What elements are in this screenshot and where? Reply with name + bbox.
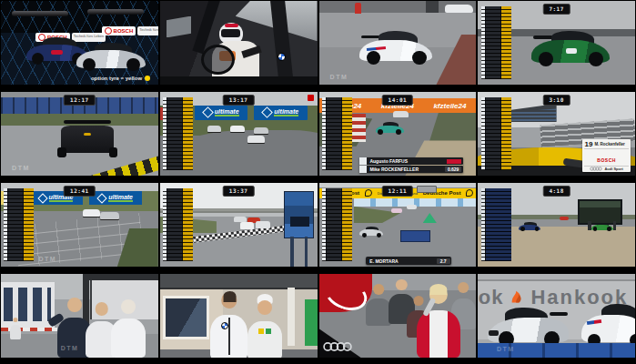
track-scene: kfzteile24 kfzteile24 kfzteile24 14:01: [319, 92, 477, 176]
white-bmw-car: [581, 304, 635, 344]
track-scene: 4:18: [478, 183, 635, 267]
wheel: [607, 227, 611, 231]
driver-name: M. Rockenfeller: [594, 142, 624, 147]
position-box: [359, 166, 367, 173]
thumb-green-audi[interactable]: 7:17: [477, 0, 636, 91]
steering-wheel: [201, 45, 235, 76]
aral-diamond-icon: [37, 193, 47, 203]
chase-gap-value: 2.7: [437, 258, 450, 264]
thumb-deutsche-post[interactable]: Deutsche Post Die Post für Deutschland D…: [318, 182, 478, 273]
thumb-onboard-driver[interactable]: [159, 0, 318, 91]
thumb-audi-celebration[interactable]: [318, 273, 478, 364]
pit-gantry-beam: [83, 274, 158, 280]
wheel: [535, 227, 540, 231]
thumb-gravel-screen[interactable]: 4:18: [477, 182, 636, 273]
race-car-small: [254, 127, 268, 134]
track-scene: ultimate ultimate 12:41 DTM: [1, 183, 158, 267]
duel-gap-value: 0.629: [445, 167, 462, 172]
duel-delta-bar: [447, 159, 461, 164]
thumb-bmw-pitlane[interactable]: DTM: [318, 0, 478, 91]
screen-leg: [613, 221, 616, 229]
thumb-walkway[interactable]: [159, 273, 318, 364]
track-scene: Deutsche Post Die Post für Deutschland D…: [319, 183, 477, 267]
timer-value: 13:37: [229, 187, 248, 194]
pit-wall: [426, 1, 439, 13]
person-head: [121, 299, 136, 314]
onboard-scene: 3:10 19 M. Rockenfeller BOSCH Audi Sport: [478, 92, 635, 176]
audi-rings-icon: [590, 167, 602, 171]
door-number-patch: [566, 48, 577, 54]
dashboard: [160, 76, 318, 85]
position-box: [359, 157, 367, 165]
wheel: [377, 233, 381, 238]
jacket-zip: [228, 318, 230, 355]
silver-car: [359, 227, 383, 237]
thumb-grid-track[interactable]: ultimate ultimate 12:41 DTM: [0, 182, 159, 273]
duel-driver-name: Augusto FARFUS: [367, 158, 447, 164]
pit-scene: DTM: [1, 274, 158, 358]
blue-container: [400, 230, 430, 242]
front-grille: [489, 330, 499, 336]
race-car-small: [83, 209, 100, 216]
session-timer: 4:18: [542, 186, 570, 197]
thumb-ultimate-four-cars[interactable]: ultimate ultimate 13:17: [159, 91, 318, 182]
timing-tower: [163, 97, 193, 170]
rear-wing: [361, 35, 380, 38]
aral-diamond-icon: [202, 107, 214, 119]
thumb-black-car[interactable]: 12:17 DTM: [0, 91, 159, 182]
marshal-tower: [284, 191, 314, 238]
track-scene: 13:37: [160, 183, 318, 267]
thumb-onboard-yellow[interactable]: 3:10 19 M. Rockenfeller BOSCH Audi Sport: [477, 91, 636, 182]
race-car-small: [100, 212, 119, 219]
session-timer: 13:17: [223, 95, 255, 106]
thumb-studio-presentation[interactable]: BOSCH Technik fürs Leben BOSCH Technik f…: [0, 0, 159, 91]
yellow-dot-icon: [145, 76, 150, 81]
broadcaster-logo: [308, 95, 314, 101]
team-member-white: [111, 299, 146, 358]
race-car-small: [230, 126, 245, 132]
dtm-watermark: DTM: [330, 74, 348, 80]
person-head: [258, 300, 273, 315]
wheel: [378, 129, 383, 135]
aral-diamond-icon: [261, 107, 273, 119]
silver-mercedes-car: [488, 308, 570, 344]
timer-value: 12:17: [70, 96, 89, 103]
thumb-hankook-wall[interactable]: ook Hankook DTM: [477, 273, 636, 364]
celebration-scene: [319, 274, 477, 358]
timing-tower: [481, 97, 511, 170]
timing-tower: [481, 188, 511, 261]
wheel: [412, 51, 426, 65]
teal-car: [376, 122, 404, 134]
duel-row: Mike ROCKENFELLER 0.629: [359, 166, 463, 173]
green-arrow-board: [423, 213, 438, 223]
screen-leg: [588, 221, 591, 229]
person-torso: [111, 318, 146, 358]
dtm-watermark: DTM: [497, 346, 515, 352]
pit-building-windows: [4, 288, 51, 321]
session-timer: 3:10: [542, 95, 570, 106]
timer-value: 14:01: [389, 96, 408, 103]
posthorn-icon: [365, 189, 372, 197]
duel-driver-name: Mike ROCKENFELLER: [367, 167, 444, 172]
thumb-start-finish[interactable]: 13:37: [159, 182, 318, 273]
race-car-small: [407, 205, 416, 209]
race-car-small: [256, 221, 270, 228]
session-timer: 12:17: [64, 95, 96, 106]
car-number: 19: [584, 140, 592, 148]
bystander-small: [10, 318, 21, 339]
audi-rings-icon: [322, 341, 353, 352]
kfzteile24-label: kfzteile24: [433, 102, 466, 110]
thumb-pit-celebration[interactable]: DTM: [0, 273, 159, 364]
marshal-tower-window: [290, 217, 309, 227]
thumb-kfzteile24[interactable]: kfzteile24 kfzteile24 kfzteile24 14:01: [318, 91, 478, 182]
wheel: [589, 52, 603, 66]
ultimate-label: ultimate: [215, 108, 239, 116]
team-name: Audi Sport: [604, 167, 622, 171]
timing-tower: [322, 97, 352, 170]
rain-light: [84, 133, 90, 136]
aral-ultimate-banner: ultimate: [254, 106, 308, 121]
person-torso: [417, 310, 460, 358]
driver-id-row: 19 M. Rockenfeller: [584, 140, 628, 149]
blond-hair: [429, 284, 447, 296]
bmw-roundel-icon: [278, 53, 286, 61]
